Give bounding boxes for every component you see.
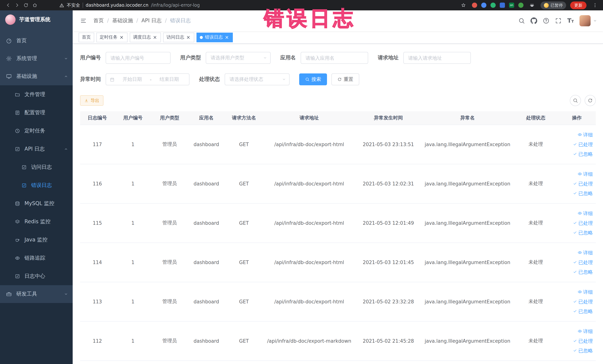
extension-icon-5[interactable]: [518, 3, 523, 8]
extension-icon-1[interactable]: [472, 3, 477, 8]
github-icon[interactable]: [531, 17, 537, 24]
close-icon[interactable]: [119, 35, 124, 40]
table-row: 114 1 管理员 dashboard GET /api/infra/db-do…: [80, 243, 596, 282]
mark-ignored-link[interactable]: 已忽略: [573, 228, 593, 237]
app-title: 芋道管理系统: [19, 16, 50, 23]
help-icon[interactable]: [543, 17, 550, 24]
sidebar-item-mysql-monitor[interactable]: MySQL 监控: [0, 194, 73, 212]
sidebar-item-log-center[interactable]: 日志中心: [0, 267, 73, 285]
avatar: [580, 15, 591, 26]
screenshot-root: 错误日志 不安全 dashboard.yudao.iocoder.cn/infr…: [0, 0, 603, 364]
exception-time-range-picker[interactable]: 开始日期 - 结束日期: [106, 73, 189, 85]
detail-link[interactable]: 详细: [578, 327, 593, 336]
process-status-select[interactable]: 请选择处理状态: [225, 73, 290, 85]
extension-on-icon[interactable]: on: [509, 3, 514, 8]
tab-access-log[interactable]: 访问日志: [163, 33, 194, 42]
database-icon: [15, 201, 20, 206]
fullscreen-icon[interactable]: [555, 17, 562, 24]
mark-ignored-link[interactable]: 已忽略: [573, 346, 593, 355]
detail-link[interactable]: 详细: [578, 248, 593, 257]
user-menu[interactable]: [580, 15, 597, 26]
cell-user-type: 管理员: [151, 164, 188, 203]
mark-processed-link[interactable]: 已处理: [573, 140, 593, 149]
paused-extension-chip[interactable]: 已暂停: [541, 1, 566, 9]
search-button[interactable]: 搜索: [299, 73, 327, 85]
detail-link[interactable]: 详细: [578, 209, 593, 218]
reset-button[interactable]: 重置: [331, 73, 359, 85]
url-bar[interactable]: 不安全 dashboard.yudao.iocoder.cn/infra/log…: [59, 2, 453, 8]
cell-status: 未处理: [513, 203, 558, 243]
mark-ignored-link[interactable]: 已忽略: [573, 149, 593, 159]
tab-scheduled-tasks[interactable]: 定时任务: [96, 33, 128, 42]
extension-icon-4[interactable]: [500, 3, 505, 8]
sidebar-item-system-management[interactable]: 系统管理: [0, 50, 73, 68]
sidebar-item-redis-monitor[interactable]: Redis 监控: [0, 212, 73, 231]
browser-reload-icon[interactable]: [22, 1, 30, 10]
browser-home-icon[interactable]: [30, 1, 39, 10]
refresh-button[interactable]: [585, 95, 596, 106]
close-icon[interactable]: [224, 35, 230, 40]
chrome-menu-icon[interactable]: [591, 1, 600, 10]
sidebar-item-home[interactable]: 首页: [0, 32, 73, 50]
sidebar-item-infrastructure[interactable]: 基础设施: [0, 68, 73, 85]
cell-exception-name: java.lang.IllegalArgumentException: [421, 243, 513, 282]
active-dot: [200, 36, 203, 39]
export-button[interactable]: 导出: [80, 95, 104, 106]
font-size-icon[interactable]: [568, 18, 574, 24]
app-name-label: 应用名: [280, 55, 296, 61]
cell-request-url: /api/infra/db-doc/export-html: [263, 243, 355, 282]
cell-exception-time: 2021-05-03 23:13:51: [355, 125, 421, 164]
breadcrumb-api-log[interactable]: API 日志: [133, 17, 162, 24]
header-actions: 操作: [558, 111, 596, 125]
search-toggle-button[interactable]: [570, 95, 581, 106]
breadcrumb-home[interactable]: 首页: [93, 17, 104, 24]
close-icon[interactable]: [186, 35, 191, 40]
search-icon[interactable]: [519, 17, 525, 24]
app-logo[interactable]: 芋道管理系统: [0, 10, 73, 29]
chevron-up-icon: [64, 147, 68, 151]
detail-link[interactable]: 详细: [578, 169, 593, 178]
user-type-select[interactable]: 请选择用户类型: [206, 52, 271, 64]
hamburger-icon[interactable]: [79, 16, 88, 26]
dashboard-icon: [6, 38, 12, 44]
mark-processed-link[interactable]: 已处理: [573, 179, 593, 188]
paw-extension-icon[interactable]: [528, 1, 536, 10]
bookmark-star-icon[interactable]: [459, 1, 468, 10]
mark-ignored-link[interactable]: 已忽略: [573, 306, 593, 316]
tab-dispatch-log[interactable]: 调度日志: [130, 33, 161, 42]
security-label: 不安全: [67, 2, 80, 8]
sidebar-item-config-management[interactable]: 配置管理: [0, 104, 73, 122]
sidebar-item-java-monitor[interactable]: Java 监控: [0, 231, 73, 249]
request-url-input[interactable]: [403, 52, 471, 64]
mark-processed-link[interactable]: 已处理: [573, 218, 593, 227]
mark-processed-link[interactable]: 已处理: [573, 297, 593, 306]
gear-icon: [6, 56, 12, 61]
chrome-update-button[interactable]: 更新: [570, 1, 587, 9]
app-name-input[interactable]: [301, 52, 368, 64]
browser-forward-icon[interactable]: [13, 1, 22, 10]
extension-icon-3[interactable]: [490, 3, 496, 8]
mark-processed-link[interactable]: 已处理: [573, 258, 593, 267]
breadcrumb-infrastructure[interactable]: 基础设施: [104, 17, 133, 24]
mark-ignored-link[interactable]: 已忽略: [573, 267, 593, 276]
tab-error-log[interactable]: 错误日志: [197, 33, 233, 42]
browser-back-icon[interactable]: [4, 1, 13, 10]
edit-square-icon: [15, 146, 20, 152]
user-id-input[interactable]: [106, 52, 171, 64]
sidebar-item-dev-tools[interactable]: 研发工具: [0, 285, 73, 303]
detail-link[interactable]: 详细: [578, 287, 593, 296]
detail-link[interactable]: 详细: [578, 130, 593, 139]
sidebar-item-access-log[interactable]: 访问日志: [0, 158, 73, 176]
sidebar-item-error-log[interactable]: 错误日志: [0, 176, 73, 194]
mark-processed-link[interactable]: 已处理: [573, 336, 593, 345]
close-icon[interactable]: [152, 35, 158, 40]
sidebar-item-link-tracing[interactable]: 链路追踪: [0, 249, 73, 267]
sidebar-item-scheduled-tasks[interactable]: 定时任务: [0, 122, 73, 140]
sidebar-item-file-management[interactable]: 文件管理: [0, 85, 73, 104]
extension-icon-2[interactable]: [481, 3, 487, 8]
mark-ignored-link[interactable]: 已忽略: [573, 188, 593, 198]
user-id-label: 用户编号: [80, 55, 101, 61]
header-method: 请求方法名: [225, 111, 263, 125]
sidebar-item-api-log[interactable]: API 日志: [0, 140, 73, 158]
tab-home[interactable]: 首页: [79, 33, 94, 42]
